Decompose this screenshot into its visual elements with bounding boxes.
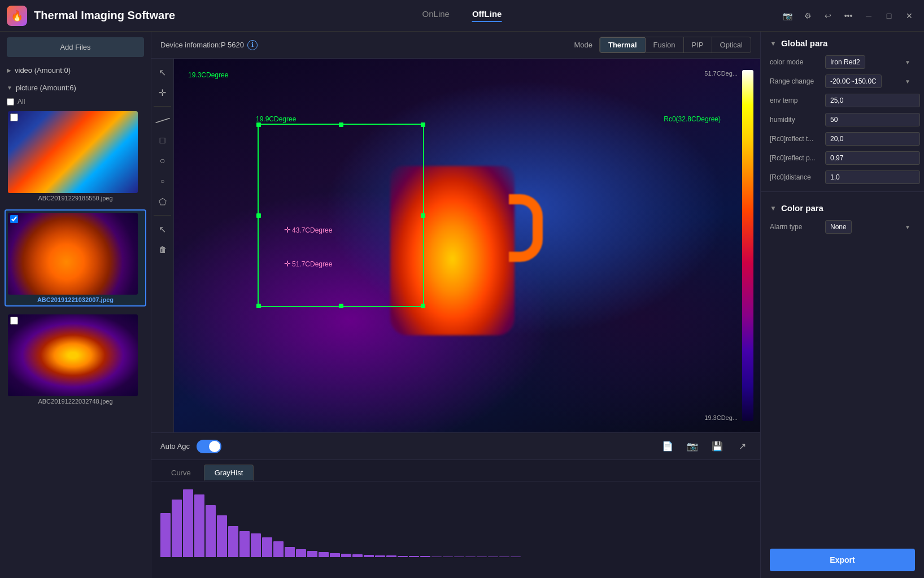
histogram-bar bbox=[420, 556, 430, 557]
histogram-bar bbox=[443, 557, 453, 557]
all-checkbox[interactable] bbox=[7, 98, 14, 106]
list-item[interactable]: ABC20191222032748.jpeg bbox=[5, 311, 146, 408]
tab-offline[interactable]: OffLine bbox=[472, 9, 502, 22]
temp-label-max: ✛51.7CDegree bbox=[284, 259, 332, 268]
rect-tool[interactable]: □ bbox=[154, 132, 172, 150]
tools-panel: ↖ ✛ ╱ □ ○ ○ ⬠ ↖ 🗑 bbox=[151, 59, 174, 432]
ellipse-tool[interactable]: ○ bbox=[154, 172, 172, 190]
rc0-reflect-t-input[interactable] bbox=[825, 132, 920, 146]
color-mode-label: color mode bbox=[770, 58, 821, 66]
histogram-bar bbox=[183, 489, 193, 557]
titlebar-more-icon[interactable]: ••• bbox=[840, 8, 856, 24]
chart-area bbox=[151, 481, 760, 572]
tab-curve[interactable]: Curve bbox=[160, 465, 202, 481]
video-tree-header[interactable]: ▶ video (Amount:0) bbox=[0, 63, 151, 78]
list-item[interactable]: ABC20191229185550.jpeg bbox=[5, 108, 146, 205]
histogram-bar bbox=[465, 557, 476, 557]
color-mode-row: color mode Iron Red2 Rainbow Gray ▼ bbox=[761, 52, 924, 72]
line-tool[interactable]: ╱ bbox=[151, 107, 175, 133]
global-para-header: ▼ Global para bbox=[761, 32, 924, 52]
histogram-bar bbox=[172, 500, 182, 557]
thumbnail-image bbox=[8, 314, 138, 396]
mode-button-fusion[interactable]: Fusion bbox=[646, 37, 684, 52]
color-mode-arrow-icon: ▼ bbox=[905, 59, 910, 65]
color-mode-select[interactable]: Iron Red2 Rainbow Gray bbox=[825, 55, 865, 69]
list-item[interactable]: ABC20191221032007.jpeg bbox=[5, 209, 146, 306]
maximize-button[interactable]: □ bbox=[881, 8, 897, 24]
rc0-reflect-t-row: [Rc0]reflect t... D bbox=[761, 129, 924, 148]
histogram-bar bbox=[364, 555, 374, 557]
move-tool[interactable]: ✛ bbox=[154, 84, 172, 102]
sidebar: Add Files ▶ video (Amount:0) ▼ picture (… bbox=[0, 32, 151, 578]
thumb-checkbox[interactable] bbox=[10, 317, 18, 325]
humidity-label: humidity bbox=[770, 116, 821, 124]
thumbnail-image bbox=[8, 111, 138, 193]
picture-arrow-icon: ▼ bbox=[7, 85, 12, 91]
histogram-bar bbox=[398, 556, 408, 557]
picture-tree-header[interactable]: ▼ picture (Amount:6) bbox=[0, 80, 151, 95]
select-tool[interactable]: ↖ bbox=[154, 63, 172, 81]
color-para-title: Color para bbox=[781, 203, 823, 213]
env-temp-row: env temp D bbox=[761, 91, 924, 110]
save-icon-btn[interactable]: 💾 bbox=[708, 437, 726, 456]
titlebar-settings-icon[interactable]: ⚙ bbox=[800, 8, 816, 24]
color-para-arrow[interactable]: ▼ bbox=[770, 204, 777, 212]
alarm-type-select[interactable]: None High Low bbox=[825, 220, 852, 234]
histogram-bar bbox=[409, 556, 419, 557]
delete-tool[interactable]: 🗑 bbox=[154, 240, 172, 259]
histogram-bar bbox=[432, 557, 442, 557]
export-icon-btn[interactable]: ↗ bbox=[733, 437, 751, 456]
section-divider bbox=[761, 191, 924, 192]
thumb-checkbox[interactable] bbox=[10, 113, 18, 121]
mode-button-pip[interactable]: PIP bbox=[684, 37, 712, 52]
histogram-bar bbox=[511, 557, 521, 557]
rc0-reflect-p-row: [Rc0]reflect p... bbox=[761, 148, 924, 168]
camera-snap-icon-btn[interactable]: 📷 bbox=[683, 437, 701, 456]
alarm-type-label: Alarm type bbox=[770, 223, 821, 231]
env-temp-input[interactable] bbox=[825, 94, 920, 107]
mode-buttons: Thermal Fusion PIP Optical bbox=[599, 37, 751, 53]
env-temp-label: env temp bbox=[770, 97, 821, 104]
range-change-select[interactable]: -20.0C~150.0C 0C~100C bbox=[825, 75, 882, 88]
polygon-tool[interactable]: ⬠ bbox=[154, 192, 172, 211]
histogram-bar bbox=[477, 557, 487, 557]
histogram-bar bbox=[499, 557, 509, 557]
humidity-input[interactable] bbox=[825, 113, 920, 126]
tab-grayhist[interactable]: GrayHist bbox=[204, 465, 254, 481]
mug-body bbox=[390, 166, 515, 335]
thumb-checkbox[interactable] bbox=[10, 215, 18, 223]
scale-top-label: 51.7CDeg... bbox=[704, 70, 738, 77]
video-label: video (Amount:0) bbox=[15, 66, 144, 75]
info-icon[interactable]: ℹ bbox=[247, 40, 258, 50]
circle-tool[interactable]: ○ bbox=[154, 152, 172, 170]
thermal-display[interactable]: 19.3CDegree 19.9CDegree Rc0(32.8CDegree)… bbox=[174, 59, 760, 432]
auto-agc-toggle[interactable] bbox=[197, 440, 221, 453]
titlebar-camera-icon[interactable]: 📷 bbox=[779, 8, 795, 24]
close-button[interactable]: ✕ bbox=[901, 8, 917, 24]
document-icon-btn[interactable]: 📄 bbox=[659, 437, 677, 456]
mode-label: Mode bbox=[574, 41, 592, 49]
image-area: ↖ ✛ ╱ □ ○ ○ ⬠ ↖ 🗑 bbox=[151, 59, 760, 432]
add-files-button[interactable]: Add Files bbox=[7, 37, 144, 57]
alarm-type-select-wrapper: None High Low ▼ bbox=[825, 220, 915, 234]
mode-button-optical[interactable]: Optical bbox=[712, 37, 751, 52]
histogram-bar bbox=[352, 554, 363, 557]
titlebar-back-icon[interactable]: ↩ bbox=[820, 8, 836, 24]
tab-online[interactable]: OnLine bbox=[422, 9, 450, 22]
temp-label-rc0: Rc0(32.8CDegree) bbox=[664, 115, 721, 123]
histogram-bar bbox=[239, 531, 250, 557]
range-change-row: Range change -20.0C~150.0C 0C~100C ▼ bbox=[761, 72, 924, 91]
export-button[interactable]: Export bbox=[770, 549, 915, 571]
all-checkbox-row: All bbox=[0, 95, 151, 108]
pointer2-tool[interactable]: ↖ bbox=[154, 220, 172, 238]
rc0-reflect-p-input[interactable] bbox=[825, 151, 920, 165]
rc0-distance-input[interactable] bbox=[825, 170, 920, 184]
histogram-bar bbox=[251, 533, 261, 557]
alarm-type-arrow-icon: ▼ bbox=[905, 224, 910, 230]
tool-divider-2 bbox=[154, 215, 171, 216]
global-para-arrow[interactable]: ▼ bbox=[770, 40, 777, 47]
humidity-row: humidity % bbox=[761, 110, 924, 129]
mode-button-thermal[interactable]: Thermal bbox=[600, 37, 646, 52]
minimize-button[interactable]: ─ bbox=[861, 8, 877, 24]
temp-label-topleft: 19.3CDegree bbox=[188, 71, 228, 79]
